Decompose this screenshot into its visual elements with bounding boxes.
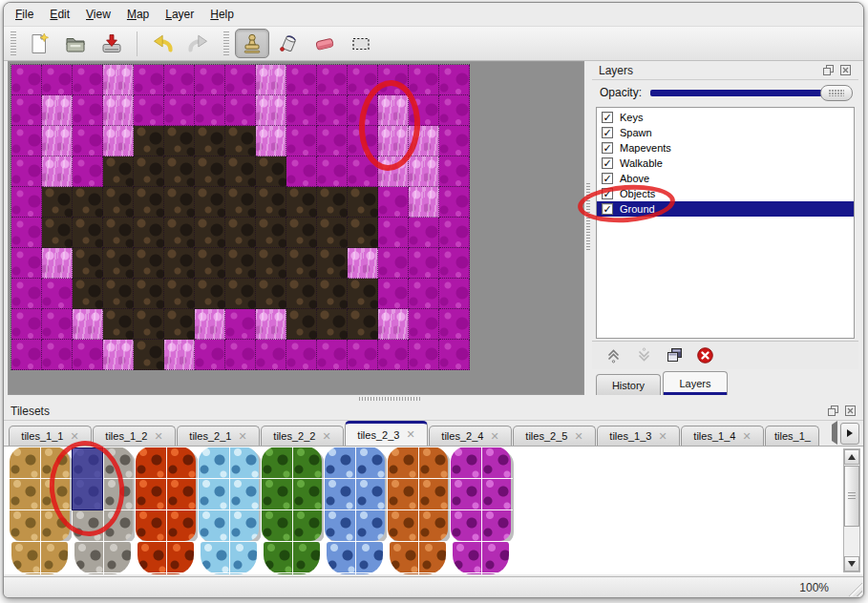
map-tile[interactable]: [378, 218, 409, 248]
map-tile[interactable]: [378, 95, 409, 126]
map-tile[interactable]: [256, 309, 286, 340]
map-tile[interactable]: [195, 218, 225, 248]
map-tile[interactable]: [256, 65, 286, 95]
opacity-slider-handle[interactable]: [820, 85, 853, 101]
layer-row-spawn[interactable]: ✓Spawn: [597, 125, 854, 140]
map-tile[interactable]: [409, 218, 439, 248]
map-tile[interactable]: [11, 187, 42, 218]
map-tile[interactable]: [73, 340, 103, 370]
map-tile[interactable]: [103, 65, 134, 95]
close-tab-icon[interactable]: ✕: [742, 430, 751, 443]
menu-map[interactable]: Map: [127, 8, 149, 21]
map-tile[interactable]: [439, 187, 470, 218]
map-tile[interactable]: [378, 187, 409, 218]
menu-view[interactable]: View: [86, 8, 111, 21]
map-tile[interactable]: [42, 187, 73, 218]
map-tile[interactable]: [409, 126, 439, 156]
selected-tileset-tiles[interactable]: [72, 447, 103, 510]
map-tile[interactable]: [286, 156, 317, 187]
map-tile[interactable]: [134, 126, 164, 156]
map-tile[interactable]: [134, 156, 164, 187]
float-panel-icon[interactable]: [822, 64, 835, 76]
map-tile[interactable]: [195, 340, 225, 370]
map-tile[interactable]: [348, 65, 378, 95]
map-tile[interactable]: [409, 309, 439, 340]
map-tile[interactable]: [256, 187, 286, 218]
map-tile[interactable]: [73, 309, 103, 340]
map-tile[interactable]: [42, 218, 73, 248]
map-tile[interactable]: [348, 156, 378, 187]
map-tile[interactable]: [409, 340, 439, 370]
scrollbar-thumb[interactable]: [844, 466, 859, 527]
map-tile[interactable]: [317, 309, 348, 340]
map-tile[interactable]: [195, 187, 225, 218]
map-tile[interactable]: [195, 279, 225, 309]
map-tile[interactable]: [225, 279, 256, 309]
close-panel-icon[interactable]: [844, 405, 857, 417]
map-tile[interactable]: [103, 95, 134, 126]
map-tile[interactable]: [73, 218, 103, 248]
map-tile[interactable]: [348, 279, 378, 309]
map-tile[interactable]: [256, 279, 286, 309]
map-tile[interactable]: [134, 340, 164, 370]
map-tile[interactable]: [348, 126, 378, 156]
layer-checkbox[interactable]: ✓: [602, 112, 613, 123]
map-tile[interactable]: [164, 126, 195, 156]
layer-checkbox[interactable]: ✓: [602, 127, 613, 138]
map-tile[interactable]: [164, 309, 195, 340]
map-tile[interactable]: [195, 126, 225, 156]
close-panel-icon[interactable]: [839, 64, 852, 76]
map-tile[interactable]: [378, 65, 409, 95]
undo-button[interactable]: [145, 29, 180, 58]
map-tile[interactable]: [42, 279, 73, 309]
tab-history[interactable]: History: [596, 374, 661, 395]
tileset-tab-tiles_1_[interactable]: tiles_1_: [765, 426, 819, 446]
duplicate-layer-button[interactable]: [666, 346, 684, 364]
select-tool-button[interactable]: [344, 29, 378, 58]
map-tile[interactable]: [286, 309, 317, 340]
move-layer-up-button[interactable]: [604, 346, 623, 364]
map-tile[interactable]: [225, 340, 256, 370]
map-tile[interactable]: [103, 156, 134, 187]
close-tab-icon[interactable]: ✕: [406, 428, 414, 441]
map-tile[interactable]: [439, 156, 470, 187]
map-tile[interactable]: [317, 65, 348, 95]
map-tile[interactable]: [73, 187, 103, 218]
horizontal-splitter[interactable]: [4, 395, 863, 402]
map-tile[interactable]: [439, 126, 470, 156]
map-tile[interactable]: [317, 218, 348, 248]
layer-row-walkable[interactable]: ✓Walkable: [597, 156, 854, 171]
map-tile[interactable]: [256, 248, 286, 279]
map-tile[interactable]: [286, 187, 317, 218]
tileset-palette-copper-orange[interactable]: [387, 447, 450, 574]
close-tab-icon[interactable]: ✕: [322, 430, 330, 443]
map-tile[interactable]: [42, 156, 73, 187]
layer-checkbox[interactable]: ✓: [602, 188, 613, 199]
map-tile[interactable]: [286, 95, 317, 126]
map-tile[interactable]: [164, 156, 195, 187]
delete-layer-button[interactable]: [696, 346, 714, 364]
tileset-tab-tiles_1_2[interactable]: tiles_1_2✕: [93, 426, 176, 446]
map-tile[interactable]: [103, 279, 134, 309]
float-panel-icon[interactable]: [827, 405, 839, 417]
close-tab-icon[interactable]: ✕: [574, 430, 582, 443]
tileset-tab-tiles_2_2[interactable]: tiles_2_2✕: [261, 426, 344, 446]
map-tile[interactable]: [256, 126, 286, 156]
map-tile[interactable]: [225, 65, 256, 95]
menu-help[interactable]: Help: [210, 8, 234, 21]
map-tile[interactable]: [11, 309, 42, 340]
tileset-tab-tiles_2_3[interactable]: tiles_2_3✕: [345, 421, 428, 446]
map-tile[interactable]: [103, 126, 134, 156]
tileset-palette-tan-thatch[interactable]: [9, 447, 72, 574]
map-tile[interactable]: [348, 309, 378, 340]
map-tile[interactable]: [11, 218, 42, 248]
layer-row-mapevents[interactable]: ✓Mapevents: [597, 140, 854, 156]
map-tile[interactable]: [225, 309, 256, 340]
map-tile[interactable]: [42, 126, 73, 156]
map-tile[interactable]: [164, 65, 195, 95]
map-tile[interactable]: [73, 279, 103, 309]
map-tile[interactable]: [286, 340, 317, 370]
map-tile[interactable]: [164, 248, 195, 279]
map-tile[interactable]: [378, 279, 409, 309]
map-tile[interactable]: [195, 65, 225, 95]
